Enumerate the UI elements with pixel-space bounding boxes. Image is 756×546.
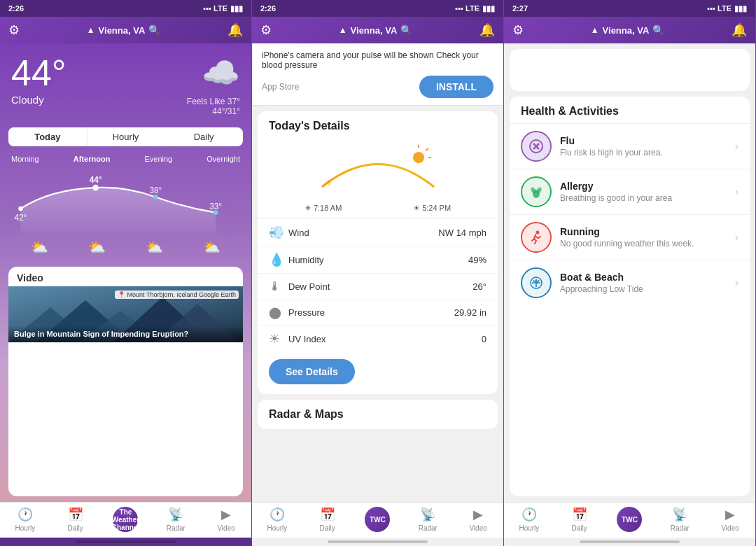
flu-icon-circle [521, 131, 552, 162]
svg-text:☀: ☀ [325, 178, 332, 188]
detail-dewpoint: 🌡 Dew Point 26° [258, 273, 498, 300]
panel2-scroll: Today's Details [252, 106, 503, 502]
running-sub: No good running weather this week. [560, 239, 735, 248]
health-item-running[interactable]: Running No good running weather this wee… [510, 214, 750, 260]
nav-video-2[interactable]: ▶ Video [453, 507, 503, 532]
sunrise-label: 7:18 AM [314, 204, 342, 212]
panel1-content: 44° Cloudy ☁️ Feels Like 37° 44°/31° Tod… [0, 43, 251, 502]
time-afternoon: Afternoon [74, 155, 111, 163]
app-store-text: App Store [262, 82, 299, 92]
panel3-content: Health & Activities Flu Flu risk is high… [504, 43, 755, 546]
beach-chevron: › [735, 276, 738, 289]
ad-text: iPhone's camera and your pulse will be s… [262, 50, 493, 70]
see-details-button[interactable]: See Details [269, 359, 355, 384]
tab-daily[interactable]: Daily [164, 127, 243, 146]
detail-wind: 💨 Wind NW 14 mph [258, 218, 498, 246]
nav-hourly-3[interactable]: 🕐 Hourly [504, 507, 554, 532]
search-icon-2[interactable]: 🔍 [400, 24, 412, 36]
pressure-icon: ⬤ [269, 306, 288, 319]
nav-twc-3[interactable]: TWC [605, 507, 655, 532]
health-item-flu[interactable]: Flu Flu risk is high in your area. › [510, 123, 750, 169]
nav-hourly-label-3: Hourly [519, 524, 539, 532]
bell-icon-1[interactable]: 🔔 [227, 22, 243, 38]
video-section: Video [8, 267, 243, 496]
battery-1: ▮▮▮ [230, 4, 243, 13]
clock-icon-1: 🕐 [18, 507, 33, 522]
pressure-label: Pressure [288, 307, 454, 318]
humidity-icon: 💧 [269, 252, 288, 267]
nav-radar-3[interactable]: 📡 Radar [654, 507, 705, 532]
nav-radar-label-3: Radar [671, 524, 690, 532]
nav-video-1[interactable]: ▶ Video [201, 507, 251, 532]
twc-circle-1: The Weather Channel [113, 507, 138, 532]
install-button[interactable]: INSTALL [419, 76, 493, 98]
beach-icon-circle [521, 267, 552, 298]
settings-icon-3[interactable]: ⚙ [512, 22, 524, 38]
svg-point-7 [214, 210, 218, 215]
header-center-3: ▲ Vienna, VA 🔍 [591, 24, 665, 36]
dewpoint-icon: 🌡 [269, 279, 288, 294]
app-header-2: ⚙ ▲ Vienna, VA 🔍 🔔 [252, 17, 503, 43]
uv-label: UV Index [288, 334, 482, 344]
status-time-2: 2:26 [260, 4, 276, 13]
sunrise-time: ☀ 7:18 AM [304, 204, 342, 213]
weather-main: 44° Cloudy ☁️ Feels Like 37° 44°/31° [0, 43, 251, 122]
nav-video-3[interactable]: ▶ Video [705, 507, 755, 532]
high-low: 44°/31° [187, 106, 240, 116]
radar-icon-1: 📡 [168, 507, 183, 522]
status-time-3: 2:27 [512, 4, 528, 13]
status-right-1: ▪▪▪ LTE ▮▮▮ [203, 4, 243, 13]
ad-banner: iPhone's camera and your pulse will be s… [252, 43, 503, 106]
search-icon-3[interactable]: 🔍 [652, 24, 664, 36]
nav-daily-2[interactable]: 📅 Daily [302, 507, 353, 532]
bottom-nav-1: 🕐 Hourly 📅 Daily The Weather Channel 📡 R… [0, 502, 251, 538]
nav-twc-2[interactable]: TWC [353, 507, 403, 532]
calendar-icon-2: 📅 [320, 507, 335, 522]
search-icon-1[interactable]: 🔍 [148, 24, 160, 36]
video-thumbnail[interactable]: 📍 Mount Thorbjorn, Iceland Google Earth … [8, 286, 243, 342]
settings-icon-2[interactable]: ⚙ [260, 22, 272, 38]
svg-point-25 [536, 231, 540, 234]
svg-text:44°: 44° [90, 175, 102, 185]
radar-icon-2: 📡 [420, 507, 435, 522]
allergy-name: Allergy [560, 181, 735, 192]
nav-radar-2[interactable]: 📡 Radar [402, 507, 453, 532]
tab-today[interactable]: Today [8, 127, 87, 146]
temperature: 44° [11, 55, 66, 91]
time-labels: Morning Afternoon Evening Overnight [0, 152, 251, 166]
bell-icon-3[interactable]: 🔔 [732, 22, 747, 38]
sunrise-arc: ☀ [258, 138, 498, 201]
dewpoint-label: Dew Point [288, 281, 472, 292]
battery-3: ▮▮▮ [734, 4, 747, 13]
sun-times: ☀ 7:18 AM ☀ 5:24 PM [258, 204, 498, 218]
tab-hourly[interactable]: Hourly [87, 127, 165, 146]
sunset-label: 5:24 PM [422, 204, 451, 212]
clock-icon-3: 🕐 [522, 507, 537, 522]
location-label-2: Vienna, VA [351, 25, 398, 36]
settings-icon-1[interactable]: ⚙ [8, 22, 20, 38]
google-earth-text: Google Earth [199, 291, 236, 298]
location-arrow-3: ▲ [591, 25, 599, 35]
health-item-allergy[interactable]: Allergy Breathing is good in your area › [510, 169, 750, 214]
uv-value: 0 [482, 334, 486, 344]
status-bar-1: 2:26 ▪▪▪ LTE ▮▮▮ [0, 0, 251, 17]
svg-text:33°: 33° [209, 202, 222, 211]
health-item-beach[interactable]: Boat & Beach Approaching Low Tide › [510, 260, 750, 305]
video-caption: Bulge in Mountain Sign of Impending Erup… [8, 326, 243, 342]
health-title: Health & Activities [510, 97, 750, 123]
location-arrow-1: ▲ [87, 25, 95, 35]
ad-footer: App Store INSTALL [262, 76, 493, 98]
beach-text: Boat & Beach Approaching Low Tide [560, 272, 735, 294]
video-icon-1: ▶ [221, 507, 231, 522]
cloud-icon: ☁️ [187, 55, 240, 91]
nav-daily-3[interactable]: 📅 Daily [554, 507, 605, 532]
nav-radar-1[interactable]: 📡 Radar [150, 507, 201, 532]
bell-icon-2[interactable]: 🔔 [479, 22, 495, 38]
panel-2: 2:26 ▪▪▪ LTE ▮▮▮ ⚙ ▲ Vienna, VA 🔍 🔔 iPho… [252, 0, 504, 546]
nav-hourly-1[interactable]: 🕐 Hourly [0, 507, 50, 532]
cloud-2: ⛅ [88, 239, 106, 255]
time-evening: Evening [144, 155, 172, 163]
nav-twc-1[interactable]: The Weather Channel [101, 507, 151, 532]
nav-daily-1[interactable]: 📅 Daily [50, 507, 101, 532]
nav-hourly-2[interactable]: 🕐 Hourly [252, 507, 302, 532]
